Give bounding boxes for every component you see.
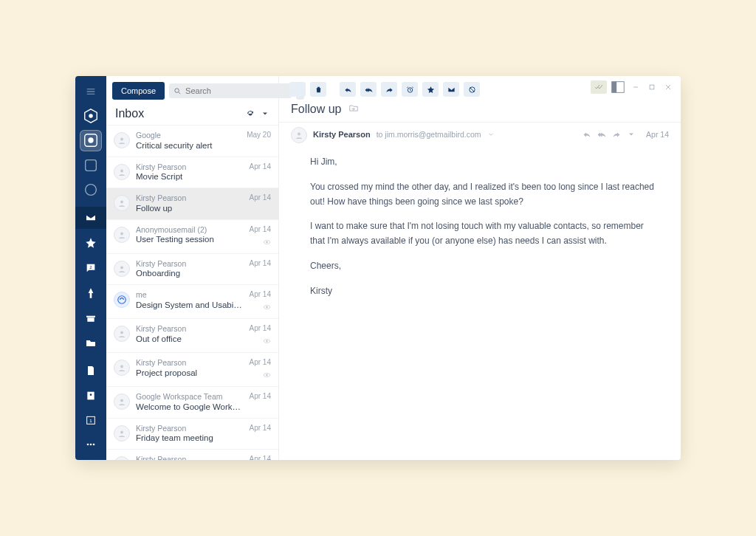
- message-body: Hi Jim, You crossed my mind the other da…: [279, 148, 681, 321]
- svg-point-3: [88, 138, 93, 143]
- msg-more-icon[interactable]: [627, 130, 636, 139]
- mail-item[interactable]: Anonymousemail (2)User Testing sessionAp…: [106, 220, 278, 254]
- account-4-icon[interactable]: [80, 179, 102, 200]
- mail-item[interactable]: Kirsty PearsonWeekly ReportApr 14: [106, 450, 278, 460]
- mail-item[interactable]: GoogleCritical security alertMay 20: [106, 126, 278, 157]
- mail-subject: User Testing session: [136, 234, 244, 245]
- avatar: [114, 292, 130, 308]
- mail-sender: Google Workspace Team: [136, 392, 244, 402]
- svg-point-28: [120, 365, 123, 368]
- mail-sender: Kirsty Pearson: [136, 193, 244, 203]
- refresh-icon[interactable]: [246, 109, 255, 118]
- nav-inbox-icon[interactable]: [75, 207, 106, 229]
- reading-pane: Follow up Kirsty Pearson to jim.morris@g…: [279, 76, 681, 460]
- nav-chat-icon[interactable]: 2: [80, 257, 102, 279]
- mail-date: Apr 14: [250, 358, 271, 366]
- nav-starred-icon[interactable]: [80, 232, 102, 254]
- search-input[interactable]: [185, 86, 287, 95]
- dropdown-icon[interactable]: [261, 109, 269, 118]
- mail-item[interactable]: Google Workspace TeamWelcome to Google W…: [106, 387, 278, 419]
- minimize-button[interactable]: [629, 80, 642, 94]
- attachment-icon: [263, 235, 271, 248]
- msg-forward-icon[interactable]: [612, 130, 621, 139]
- avatar: [114, 360, 130, 376]
- svg-point-27: [266, 340, 267, 342]
- svg-point-5: [86, 185, 97, 196]
- message-header: Kirsty Pearson to jim.morris@getmailbird…: [279, 122, 681, 148]
- mail-date: Apr 14: [250, 324, 271, 332]
- msg-reply-all-icon[interactable]: [597, 130, 606, 139]
- nav-contacts-icon[interactable]: [80, 385, 102, 406]
- mail-subject: Follow up: [136, 203, 244, 214]
- mail-date: Apr 14: [250, 162, 271, 171]
- archive-button[interactable]: [289, 82, 306, 97]
- msg-reply-icon[interactable]: [583, 130, 591, 139]
- mail-date: Apr 14: [250, 455, 271, 460]
- close-button[interactable]: [662, 80, 675, 94]
- mail-item[interactable]: Kirsty PearsonFriday team meetingApr 14: [106, 419, 278, 450]
- account-2-icon[interactable]: [80, 130, 102, 151]
- avatar: [114, 326, 130, 342]
- move-to-folder-icon[interactable]: [348, 103, 359, 116]
- mail-item[interactable]: Kirsty PearsonOut of officeApr 14: [106, 319, 278, 353]
- svg-rect-36: [650, 85, 654, 89]
- menu-icon[interactable]: [80, 80, 102, 102]
- mail-subject: Movie Script: [136, 171, 244, 182]
- svg-point-30: [266, 374, 267, 376]
- avatar: [114, 164, 130, 180]
- sender-avatar: [291, 127, 307, 143]
- forward-button[interactable]: [381, 82, 397, 97]
- app-window: 2 1 Compose: [75, 76, 681, 460]
- mail-date: Apr 14: [250, 424, 271, 432]
- mail-subject: Friday team meeting: [136, 433, 244, 444]
- mail-date: Apr 14: [250, 225, 271, 233]
- nav-archive-icon[interactable]: [80, 307, 102, 329]
- mail-item[interactable]: Kirsty PearsonProject proposalApr 14: [106, 353, 278, 387]
- account-3-icon[interactable]: [80, 154, 102, 176]
- nav-send-icon[interactable]: [80, 282, 102, 304]
- snooze-button[interactable]: [402, 82, 418, 97]
- mail-date: May 20: [247, 131, 271, 139]
- search-field-wrap[interactable]: [169, 83, 292, 98]
- delete-button[interactable]: [310, 82, 326, 97]
- mail-subject: Onboarding: [136, 268, 244, 279]
- star-button[interactable]: [422, 82, 439, 97]
- mail-item[interactable]: Kirsty PearsonFollow upApr 14: [106, 188, 278, 220]
- mark-done-button[interactable]: [591, 80, 607, 94]
- mail-item[interactable]: Kirsty PearsonOnboardingApr 14: [106, 254, 278, 286]
- mail-sender: me: [136, 290, 244, 300]
- svg-point-8: [90, 394, 92, 396]
- nav-more-icon[interactable]: [80, 434, 102, 456]
- panel-toggle-button[interactable]: [610, 80, 626, 94]
- avatar: [114, 425, 130, 441]
- svg-point-13: [93, 444, 95, 446]
- mail-item[interactable]: meDesign System and Usability Tes…Apr 14: [106, 285, 278, 319]
- mark-unread-button[interactable]: [443, 82, 459, 97]
- expand-recipients-icon[interactable]: [487, 128, 495, 141]
- svg-rect-35: [612, 82, 616, 93]
- svg-point-16: [120, 169, 123, 172]
- body-p1: Hi Jim,: [310, 155, 660, 170]
- reply-all-button[interactable]: [360, 82, 377, 97]
- maximize-button[interactable]: [645, 80, 659, 94]
- compose-button[interactable]: Compose: [112, 82, 165, 100]
- nav-document-icon[interactable]: [80, 360, 102, 382]
- mail-item[interactable]: Kirsty PearsonMovie ScriptApr 14: [106, 157, 278, 189]
- avatar: [114, 227, 130, 243]
- mail-list-pane: Compose Inbox GoogleCritical security al…: [106, 76, 279, 460]
- nav-calendar-icon[interactable]: 1: [80, 409, 102, 430]
- svg-point-39: [298, 133, 300, 136]
- attachment-icon: [263, 368, 271, 381]
- avatar: [114, 261, 130, 277]
- block-button[interactable]: [464, 82, 480, 97]
- attachment-icon: [263, 334, 271, 347]
- mail-sender: Kirsty Pearson: [136, 162, 244, 172]
- mail-sender: Anonymousemail (2): [136, 225, 244, 235]
- account-1-icon[interactable]: [80, 105, 102, 126]
- inbox-title-row: Inbox: [106, 103, 278, 125]
- nav-folder-icon[interactable]: [80, 332, 102, 354]
- message-actions: Apr 14: [583, 130, 669, 139]
- search-icon: [173, 87, 182, 95]
- attachment-icon: [263, 300, 271, 313]
- reply-button[interactable]: [340, 82, 356, 97]
